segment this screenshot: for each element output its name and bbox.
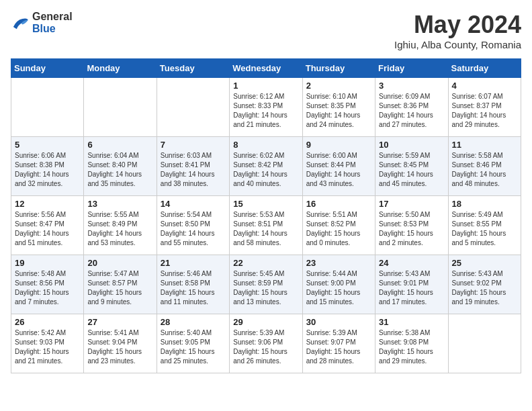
cell-info: Sunrise: 5:58 AM Sunset: 8:46 PM Dayligh… <box>452 151 517 189</box>
day-number: 8 <box>233 140 298 150</box>
day-number: 3 <box>379 81 444 91</box>
weekday-header-friday: Friday <box>375 59 448 78</box>
calendar-cell: 24Sunrise: 5:43 AM Sunset: 9:01 PM Dayli… <box>375 255 448 314</box>
day-number: 24 <box>379 258 444 268</box>
calendar-week-row: 19Sunrise: 5:48 AM Sunset: 8:56 PM Dayli… <box>11 255 521 314</box>
logo-text: General Blue <box>32 11 73 35</box>
calendar-cell: 20Sunrise: 5:47 AM Sunset: 8:57 PM Dayli… <box>84 255 157 314</box>
day-number: 2 <box>306 81 371 91</box>
day-number: 6 <box>87 140 152 150</box>
calendar-table: SundayMondayTuesdayWednesdayThursdayFrid… <box>11 58 521 373</box>
calendar-cell: 29Sunrise: 5:39 AM Sunset: 9:06 PM Dayli… <box>230 314 302 373</box>
calendar-cell: 21Sunrise: 5:46 AM Sunset: 8:58 PM Dayli… <box>157 255 229 314</box>
calendar-cell: 7Sunrise: 6:03 AM Sunset: 8:41 PM Daylig… <box>157 137 229 196</box>
cell-info: Sunrise: 5:59 AM Sunset: 8:45 PM Dayligh… <box>379 151 444 189</box>
calendar-cell: 23Sunrise: 5:44 AM Sunset: 9:00 PM Dayli… <box>302 255 375 314</box>
day-number: 31 <box>379 317 444 327</box>
logo-bird-icon <box>11 15 30 30</box>
cell-info: Sunrise: 5:43 AM Sunset: 9:02 PM Dayligh… <box>452 269 517 307</box>
calendar-cell: 10Sunrise: 5:59 AM Sunset: 8:45 PM Dayli… <box>375 137 448 196</box>
month-title: May 2024 <box>394 11 521 39</box>
calendar-cell: 16Sunrise: 5:51 AM Sunset: 8:52 PM Dayli… <box>302 196 375 255</box>
day-number: 5 <box>15 140 80 150</box>
logo: General Blue <box>11 11 73 35</box>
weekday-header-monday: Monday <box>84 59 157 78</box>
day-number: 27 <box>87 317 152 327</box>
cell-info: Sunrise: 5:53 AM Sunset: 8:51 PM Dayligh… <box>233 210 298 248</box>
calendar-cell: 4Sunrise: 6:07 AM Sunset: 8:37 PM Daylig… <box>448 78 521 137</box>
day-number: 7 <box>161 140 226 150</box>
calendar-cell: 5Sunrise: 6:06 AM Sunset: 8:38 PM Daylig… <box>11 137 84 196</box>
cell-info: Sunrise: 6:12 AM Sunset: 8:33 PM Dayligh… <box>233 92 298 130</box>
cell-info: Sunrise: 5:54 AM Sunset: 8:50 PM Dayligh… <box>161 210 226 248</box>
calendar-cell: 28Sunrise: 5:40 AM Sunset: 9:05 PM Dayli… <box>157 314 229 373</box>
calendar-cell: 1Sunrise: 6:12 AM Sunset: 8:33 PM Daylig… <box>230 78 302 137</box>
calendar-cell: 22Sunrise: 5:45 AM Sunset: 8:59 PM Dayli… <box>230 255 302 314</box>
page-header: General Blue May 2024 Ighiu, Alba County… <box>11 11 521 50</box>
day-number: 18 <box>452 199 517 209</box>
calendar-week-row: 12Sunrise: 5:56 AM Sunset: 8:47 PM Dayli… <box>11 196 521 255</box>
cell-info: Sunrise: 5:49 AM Sunset: 8:55 PM Dayligh… <box>452 210 517 248</box>
day-number: 20 <box>87 258 152 268</box>
calendar-week-row: 26Sunrise: 5:42 AM Sunset: 9:03 PM Dayli… <box>11 314 521 373</box>
cell-info: Sunrise: 6:10 AM Sunset: 8:35 PM Dayligh… <box>306 92 371 130</box>
cell-info: Sunrise: 5:50 AM Sunset: 8:53 PM Dayligh… <box>379 210 444 248</box>
day-number: 25 <box>452 258 517 268</box>
cell-info: Sunrise: 5:39 AM Sunset: 9:06 PM Dayligh… <box>233 328 298 366</box>
weekday-header-saturday: Saturday <box>448 59 521 78</box>
day-number: 23 <box>306 258 371 268</box>
calendar-cell: 31Sunrise: 5:38 AM Sunset: 9:08 PM Dayli… <box>375 314 448 373</box>
calendar-cell: 3Sunrise: 6:09 AM Sunset: 8:36 PM Daylig… <box>375 78 448 137</box>
cell-info: Sunrise: 5:45 AM Sunset: 8:59 PM Dayligh… <box>233 269 298 307</box>
cell-info: Sunrise: 5:55 AM Sunset: 8:49 PM Dayligh… <box>87 210 152 248</box>
calendar-cell: 8Sunrise: 6:02 AM Sunset: 8:42 PM Daylig… <box>230 137 302 196</box>
calendar-week-row: 5Sunrise: 6:06 AM Sunset: 8:38 PM Daylig… <box>11 137 521 196</box>
day-number: 1 <box>233 81 298 91</box>
calendar-cell: 27Sunrise: 5:41 AM Sunset: 9:04 PM Dayli… <box>84 314 157 373</box>
cell-info: Sunrise: 5:39 AM Sunset: 9:07 PM Dayligh… <box>306 328 371 366</box>
day-number: 15 <box>233 199 298 209</box>
day-number: 11 <box>452 140 517 150</box>
day-number: 4 <box>452 81 517 91</box>
day-number: 26 <box>15 317 80 327</box>
calendar-cell: 19Sunrise: 5:48 AM Sunset: 8:56 PM Dayli… <box>11 255 84 314</box>
cell-info: Sunrise: 6:03 AM Sunset: 8:41 PM Dayligh… <box>161 151 226 189</box>
cell-info: Sunrise: 6:02 AM Sunset: 8:42 PM Dayligh… <box>233 151 298 189</box>
cell-info: Sunrise: 5:41 AM Sunset: 9:04 PM Dayligh… <box>87 328 152 366</box>
calendar-cell: 2Sunrise: 6:10 AM Sunset: 8:35 PM Daylig… <box>302 78 375 137</box>
calendar-cell <box>84 78 157 137</box>
cell-info: Sunrise: 5:38 AM Sunset: 9:08 PM Dayligh… <box>379 328 444 366</box>
title-block: May 2024 Ighiu, Alba County, Romania <box>394 11 521 50</box>
calendar-cell: 18Sunrise: 5:49 AM Sunset: 8:55 PM Dayli… <box>448 196 521 255</box>
calendar-cell: 17Sunrise: 5:50 AM Sunset: 8:53 PM Dayli… <box>375 196 448 255</box>
day-number: 16 <box>306 199 371 209</box>
calendar-cell: 6Sunrise: 6:04 AM Sunset: 8:40 PM Daylig… <box>84 137 157 196</box>
calendar-week-row: 1Sunrise: 6:12 AM Sunset: 8:33 PM Daylig… <box>11 78 521 137</box>
day-number: 17 <box>379 199 444 209</box>
day-number: 19 <box>15 258 80 268</box>
cell-info: Sunrise: 6:00 AM Sunset: 8:44 PM Dayligh… <box>306 151 371 189</box>
day-number: 29 <box>233 317 298 327</box>
weekday-header-thursday: Thursday <box>302 59 375 78</box>
day-number: 28 <box>161 317 226 327</box>
calendar-cell: 25Sunrise: 5:43 AM Sunset: 9:02 PM Dayli… <box>448 255 521 314</box>
day-number: 12 <box>15 199 80 209</box>
day-number: 10 <box>379 140 444 150</box>
weekday-header-row: SundayMondayTuesdayWednesdayThursdayFrid… <box>11 59 521 78</box>
location: Ighiu, Alba County, Romania <box>394 39 521 50</box>
calendar-cell: 14Sunrise: 5:54 AM Sunset: 8:50 PM Dayli… <box>157 196 229 255</box>
calendar-cell <box>11 78 84 137</box>
weekday-header-wednesday: Wednesday <box>230 59 302 78</box>
day-number: 13 <box>87 199 152 209</box>
cell-info: Sunrise: 6:09 AM Sunset: 8:36 PM Dayligh… <box>379 92 444 130</box>
calendar-cell: 12Sunrise: 5:56 AM Sunset: 8:47 PM Dayli… <box>11 196 84 255</box>
day-number: 21 <box>161 258 226 268</box>
cell-info: Sunrise: 5:42 AM Sunset: 9:03 PM Dayligh… <box>15 328 80 366</box>
weekday-header-sunday: Sunday <box>11 59 84 78</box>
calendar-cell: 9Sunrise: 6:00 AM Sunset: 8:44 PM Daylig… <box>302 137 375 196</box>
cell-info: Sunrise: 5:40 AM Sunset: 9:05 PM Dayligh… <box>161 328 226 366</box>
cell-info: Sunrise: 5:43 AM Sunset: 9:01 PM Dayligh… <box>379 269 444 307</box>
calendar-cell: 15Sunrise: 5:53 AM Sunset: 8:51 PM Dayli… <box>230 196 302 255</box>
cell-info: Sunrise: 5:46 AM Sunset: 8:58 PM Dayligh… <box>161 269 226 307</box>
calendar-cell: 13Sunrise: 5:55 AM Sunset: 8:49 PM Dayli… <box>84 196 157 255</box>
